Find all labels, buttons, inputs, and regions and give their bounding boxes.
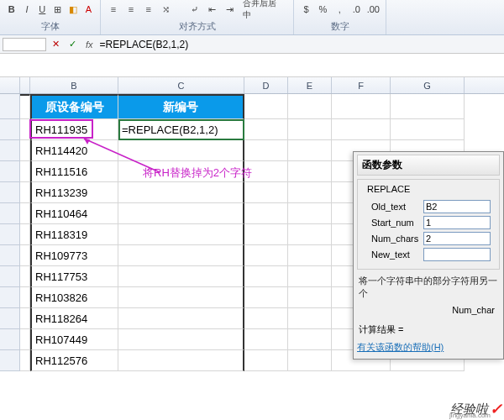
col-hdr-b[interactable]: B (30, 77, 118, 93)
underline-icon[interactable]: U (36, 2, 49, 17)
align-bot-icon[interactable]: ≡ (141, 2, 156, 17)
dialog-desc: 将一个字符串中的部分字符用另一个 (359, 275, 498, 300)
col-hdr-d[interactable]: D (244, 77, 288, 93)
inc-dec-icon[interactable]: .0 (349, 2, 364, 17)
comma-icon[interactable]: , (333, 2, 347, 17)
accept-icon[interactable]: ✓ (66, 38, 79, 51)
watermark-sub: jingyanla.com (449, 412, 491, 419)
col-hdr-c[interactable]: C (118, 77, 244, 93)
table-row: RH111935 =REPLACE(B2,1,2) (0, 119, 504, 140)
new-text-label: New_text (371, 249, 423, 260)
align-mid-icon[interactable]: ≡ (123, 2, 139, 17)
orient-icon[interactable]: ⤭ (159, 2, 174, 17)
ribbon: B I U ⊞ ◧ A 字体 ≡ ≡ ≡ ⤭ ⤶ ⇤ ⇥ 合并后居中 对齐方式 … (0, 0, 504, 35)
fx-icon[interactable]: fx (86, 39, 93, 50)
name-box[interactable] (3, 38, 46, 51)
dialog-group: REPLACE (365, 184, 412, 194)
col-hdr-e[interactable]: E (288, 77, 332, 93)
check-icon: ✓ (490, 400, 502, 418)
start-num-label: Start_num (371, 218, 423, 228)
group-label-font: 字体 (5, 20, 95, 33)
dialog-result: 计算结果 = (359, 323, 498, 336)
cell-c2[interactable]: =REPLACE(B2,1,2) (118, 119, 244, 140)
dec-dec-icon[interactable]: .00 (366, 2, 381, 17)
merge-label: 合并后居中 (243, 0, 285, 21)
col-hdr-a[interactable] (20, 77, 30, 93)
old-text-label: Old_text (371, 202, 423, 212)
font-color-icon[interactable]: A (82, 2, 95, 17)
dialog-title: 函数参数 (357, 155, 500, 176)
num-chars-input[interactable] (423, 232, 491, 245)
wrap-icon[interactable]: ⤶ (187, 2, 202, 17)
italic-icon[interactable]: I (20, 2, 33, 17)
fill-color-icon[interactable]: ◧ (66, 2, 79, 17)
callout-text: 将RH替换掉为2个字符 (143, 165, 252, 181)
percent-icon[interactable]: % (316, 2, 330, 17)
old-text-input[interactable] (423, 200, 491, 213)
indent-inc-icon[interactable]: ⇥ (222, 2, 237, 17)
border-icon[interactable]: ⊞ (51, 2, 64, 17)
new-text-input[interactable] (423, 248, 491, 261)
group-label-align: 对齐方式 (106, 20, 288, 33)
num-chars-label: Num_chars (371, 234, 423, 244)
bold-icon[interactable]: B (5, 2, 18, 17)
cancel-icon[interactable]: ✕ (49, 38, 62, 51)
header-b: 原设备编号 (30, 94, 118, 119)
column-headers: B C D E F G (0, 77, 504, 94)
currency-icon[interactable]: $ (299, 2, 313, 17)
function-args-dialog: 函数参数 REPLACE Old_text Start_num Num_char… (353, 151, 504, 360)
dialog-desc-right: Num_char (362, 305, 495, 315)
header-c: 新编号 (118, 94, 244, 119)
start-num-input[interactable] (423, 216, 491, 229)
indent-dec-icon[interactable]: ⇤ (204, 2, 219, 17)
dialog-help-link[interactable]: 有关该函数的帮助(H) (357, 341, 500, 354)
formula-bar-row: ✕ ✓ fx =REPLACE(B2,1,2) (0, 35, 504, 54)
watermark: 经验啦 ✓ jingyanla.com (450, 400, 502, 418)
col-hdr-f[interactable]: F (332, 77, 391, 93)
formula-text[interactable]: =REPLACE(B2,1,2) (97, 39, 189, 50)
group-label-number: 数字 (299, 20, 381, 33)
merge-button[interactable]: 合并后居中 (239, 2, 288, 17)
col-hdr-g[interactable]: G (391, 77, 465, 93)
align-top-icon[interactable]: ≡ (106, 2, 121, 17)
cell-b2[interactable]: RH111935 (30, 119, 118, 140)
